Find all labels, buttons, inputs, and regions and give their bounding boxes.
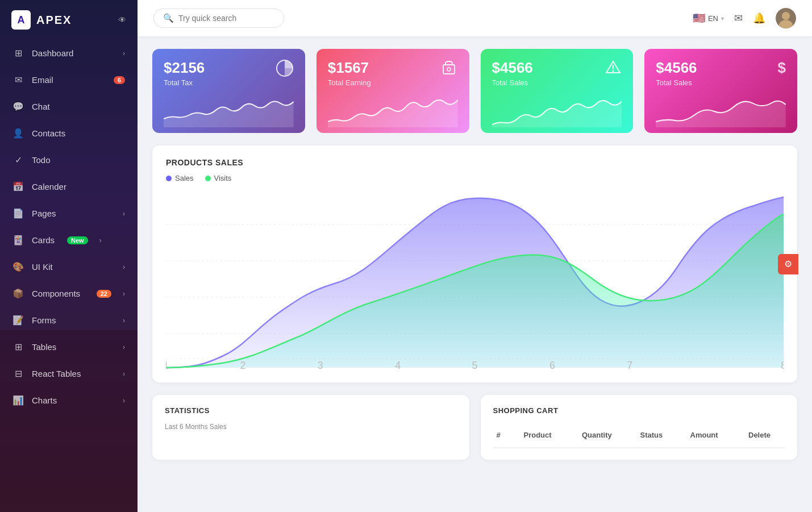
legend-label-sales: Sales [175, 174, 194, 182]
shopping-cart-card: SHOPPING CART # Product Quantity Status … [481, 395, 798, 460]
nav-item-components[interactable]: 📦 Components 22 › [0, 280, 138, 307]
svg-text:5: 5 [472, 360, 478, 370]
chevron-right-icon: › [123, 210, 125, 218]
sparkline-tax [164, 93, 294, 133]
sparkline-sales1 [492, 93, 622, 133]
logo-area: A APEX 👁 [0, 0, 138, 40]
nav-label-components: Components [32, 289, 80, 298]
sidebar-toggle[interactable]: 👁 [118, 15, 126, 24]
stat-icon-sales2: $ [778, 59, 786, 77]
cards-icon: 🃏 [13, 235, 24, 245]
mail-icon[interactable]: ✉ [734, 12, 743, 24]
search-input[interactable] [178, 14, 269, 23]
pages-icon: 📄 [13, 208, 24, 219]
bell-icon[interactable]: 🔔 [753, 12, 765, 24]
stat-card-total-sales-2: $4566 Total Sales $ [644, 49, 797, 133]
chart-title: PRODUCTS SALES [166, 158, 784, 167]
col-quantity: Quantity [578, 428, 632, 442]
stat-label-tax: Total Tax [164, 78, 205, 87]
content: $2156 Total Tax [138, 36, 812, 512]
nav-item-tables[interactable]: ⊞ Tables › [0, 334, 138, 360]
col-hash: # [493, 428, 516, 442]
legend-label-visits: Visits [214, 174, 232, 182]
chevron-right-icon: › [99, 236, 102, 244]
area-chart: 50 40 30 20 10 0 1 2 3 4 [166, 188, 784, 370]
nav-label-contacts: Contacts [32, 128, 65, 138]
header: 🔍 🇺🇸 EN ▾ ✉ 🔔 [138, 0, 812, 36]
chevron-right-icon: › [123, 49, 125, 57]
nav-label-dashboard: Dashboard [32, 48, 73, 58]
search-box[interactable]: 🔍 [153, 9, 284, 28]
col-delete: Delete [745, 428, 785, 442]
nav-label-chat: Chat [32, 102, 50, 111]
shopping-cart-title: SHOPPING CART [493, 406, 785, 415]
nav-label-email: Email [32, 75, 53, 85]
stat-icon-sales1 [605, 59, 622, 80]
components-badge: 22 [97, 290, 111, 298]
nav-item-chat[interactable]: 💬 Chat [0, 93, 138, 120]
stat-label-earning: Total Earning [328, 78, 371, 87]
todo-icon: ✓ [13, 155, 24, 165]
nav-item-react-tables[interactable]: ⊟ React Tables › [0, 360, 138, 387]
app-name: APEX [36, 14, 72, 27]
table-header: # Product Quantity Status Amount Delete [493, 423, 785, 448]
email-badge: 6 [114, 76, 125, 84]
nav-label-react-tables: React Tables [32, 369, 81, 378]
chevron-down-icon: ▾ [721, 15, 724, 22]
nav-item-email[interactable]: ✉ Email 6 [0, 66, 138, 93]
nav-item-charts[interactable]: 📊 Charts › [0, 387, 138, 414]
svg-point-1 [782, 12, 790, 20]
stat-value-sales1: $4566 [492, 59, 533, 77]
email-icon: ✉ [13, 74, 24, 85]
nav-item-dashboard[interactable]: ⊞ Dashboard › [0, 40, 138, 66]
forms-icon: 📝 [13, 315, 24, 326]
flag-icon: 🇺🇸 [693, 12, 705, 24]
legend-visits: Visits [205, 174, 232, 182]
svg-point-5 [447, 68, 451, 71]
stat-card-total-earning: $1567 Total Earning [317, 49, 469, 133]
svg-text:3: 3 [318, 360, 323, 370]
statistics-subtitle: Last 6 Months Sales [165, 423, 457, 431]
bottom-row: STATISTICS Last 6 Months Sales SHOPPING … [152, 395, 797, 460]
stat-label-sales1: Total Sales [492, 78, 533, 87]
nav-item-pages[interactable]: 📄 Pages › [0, 200, 138, 227]
calender-icon: 📅 [13, 181, 24, 192]
svg-point-8 [613, 70, 614, 72]
language-label: EN [708, 14, 718, 23]
gear-icon: ⚙ [784, 259, 792, 269]
chevron-right-icon: › [123, 343, 125, 351]
components-icon: 📦 [13, 288, 24, 299]
statistics-card: STATISTICS Last 6 Months Sales [152, 395, 469, 460]
svg-text:6: 6 [549, 360, 555, 370]
svg-text:2: 2 [240, 360, 245, 370]
chevron-right-icon: › [123, 263, 125, 271]
search-icon: 🔍 [163, 13, 174, 23]
sparkline-earning [328, 93, 458, 133]
svg-text:1: 1 [166, 360, 169, 370]
stat-value-earning: $1567 [328, 59, 371, 77]
tables-icon: ⊞ [13, 342, 24, 352]
svg-rect-4 [443, 65, 455, 74]
chart-settings-button[interactable]: ⚙ [778, 254, 798, 274]
statistics-title: STATISTICS [165, 406, 457, 415]
stat-value-tax: $2156 [164, 59, 205, 77]
svg-text:7: 7 [627, 360, 632, 370]
col-product: Product [520, 428, 574, 442]
nav-item-uikit[interactable]: 🎨 UI Kit › [0, 253, 138, 280]
nav-item-contacts[interactable]: 👤 Contacts [0, 120, 138, 147]
chevron-right-icon: › [123, 290, 125, 298]
uikit-icon: 🎨 [13, 261, 24, 272]
nav-item-forms[interactable]: 📝 Forms › [0, 307, 138, 334]
chart-legend: Sales Visits [166, 174, 784, 182]
nav-label-pages: Pages [32, 209, 56, 218]
language-selector[interactable]: 🇺🇸 EN ▾ [693, 12, 724, 24]
nav-item-calender[interactable]: 📅 Calender [0, 173, 138, 200]
svg-text:4: 4 [395, 360, 401, 370]
avatar[interactable] [776, 8, 796, 28]
col-amount: Amount [687, 428, 741, 442]
nav-item-cards[interactable]: 🃏 Cards New › [0, 227, 138, 253]
nav-label-uikit: UI Kit [32, 262, 53, 272]
nav-item-todo[interactable]: ✓ Todo [0, 147, 138, 173]
cards-badge: New [67, 236, 88, 244]
charts-icon: 📊 [13, 395, 24, 406]
